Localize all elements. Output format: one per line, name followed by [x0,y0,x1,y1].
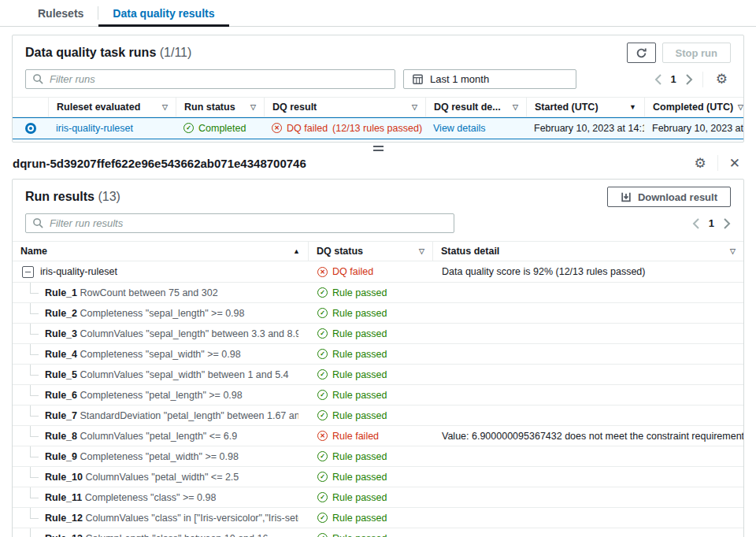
status-circle-icon: ✓ [317,369,328,380]
col-started-utc[interactable]: Started (UTC) ▼ [526,98,644,117]
rule-status-value: ✓ Rule passed [317,328,387,339]
table-settings-icon[interactable]: ⚙ [713,72,731,86]
col-label: Name [20,246,47,257]
split-panel-drag-handle[interactable] [0,143,756,154]
rule-status-label: Rule passed [332,513,387,524]
rule-name: Rule_6 [45,390,77,401]
row-select-cell [13,117,48,139]
rule-status-label: Rule passed [332,533,387,537]
task-runs-actions: Stop run [627,43,731,63]
next-page-button[interactable] [724,218,731,229]
dq-status-cell: ✓ Rule passed [308,303,432,323]
completed-cell: February 10, 2023 at 14 [644,117,743,139]
name-cell: Rule_9 Completeness "petal_width" >= 0.9… [13,446,308,466]
prev-page-button[interactable] [654,74,662,85]
col-completed-utc[interactable]: Completed (UTC) ▽ [644,98,743,117]
dq-status-cell: ✓ Rule passed [308,528,432,537]
sort-none-icon[interactable]: ▽ [414,247,424,255]
col-label: Ruleset evaluated [57,102,140,113]
rule-name: Rule_10 [45,472,83,483]
run-results-table-header: Name ▲ DQ status ▽ Status detail ▽ [13,241,743,261]
close-panel-icon[interactable]: ✕ [726,157,743,170]
collapse-icon[interactable] [22,266,34,278]
col-label: Run status [184,102,235,113]
task-runs-title-text: Data quality task runs [25,46,156,59]
next-page-button[interactable] [686,74,693,85]
x-circle-icon: ✕ [317,267,328,277]
tab-rulesets[interactable]: Rulesets [24,0,98,26]
radio-selected-icon[interactable] [25,123,36,134]
rule-description: ColumnValues "petal_width" <= 2.5 [83,472,239,483]
stop-run-button[interactable]: Stop run [662,43,731,63]
sort-none-icon[interactable]: ▽ [158,103,168,111]
rule-description: ColumnValues "sepal_width" between 1 and… [77,369,289,380]
ruleset-link[interactable]: iris-quality-ruleset [56,123,133,134]
download-icon [621,191,632,202]
status-detail-cell [432,467,743,487]
view-details-link[interactable]: View details [433,123,485,134]
name-cell: iris-quality-ruleset [13,261,308,282]
tree-connector-icon [30,385,39,396]
download-label: Download result [638,191,717,203]
name-cell: Rule_11 Completeness "class" >= 0.98 [13,487,308,507]
panel-settings-icon[interactable]: ⚙ [691,157,710,170]
calendar-icon [412,73,424,85]
date-range-value: Last 1 month [430,73,489,85]
rule-status-value: ✓ Rule passed [317,513,387,524]
rule-status-label: Rule passed [332,349,387,360]
page-number[interactable]: 1 [671,73,676,85]
sort-asc-icon[interactable]: ▲ [288,247,300,255]
tab-data-quality-results[interactable]: Data quality results [98,0,228,26]
prev-page-button[interactable] [692,218,699,229]
col-dq-status[interactable]: DQ status ▽ [308,242,432,261]
sort-none-icon[interactable]: ▽ [407,103,417,111]
col-label: DQ result [272,102,317,113]
rule-row: Rule_5 ColumnValues "sepal_width" betwee… [13,365,743,385]
rule-description: Completeness "petal_width" >= 0.98 [77,451,239,462]
rule-description: ColumnValues "class" in ["Iris-versicolo… [83,513,298,524]
rule-name: Rule_2 [45,308,77,319]
status-circle-icon: ✓ [317,349,328,359]
page-number[interactable]: 1 [709,217,714,229]
rule-row: Rule_3 ColumnValues "sepal_length" betwe… [13,324,743,344]
col-ruleset-evaluated[interactable]: Ruleset evaluated ▽ [48,98,176,117]
rule-row: Rule_4 Completeness "sepal_width" >= 0.9… [13,344,743,365]
filter-results-input[interactable] [25,213,454,233]
rule-row: Rule_1 RowCount between 75 and 302 ✓ Rul… [13,283,743,303]
sort-none-icon[interactable]: ▽ [246,103,256,111]
col-run-status[interactable]: Run status ▽ [176,98,264,117]
rule-description: ColumnValues "petal_length" <= 6.9 [77,431,237,442]
filter-runs-input[interactable] [25,69,395,89]
detail-panel-header: dqrun-5d39207ffef622e96e543662ab071e4348… [0,154,756,176]
status-detail-cell [432,385,743,405]
rule-name: Rule_7 [45,410,77,421]
search-icon [32,217,44,229]
download-result-button[interactable]: Download result [607,187,731,207]
rule-row: Rule_7 StandardDeviation "petal_length" … [13,406,743,426]
sort-desc-icon[interactable]: ▼ [624,103,636,111]
ruleset-name: iris-quality-ruleset [40,266,117,277]
date-range-select[interactable]: Last 1 month [403,69,576,89]
col-label: Status detail [441,246,499,257]
sort-none-icon[interactable]: ▽ [508,103,518,111]
rule-status-value: ✓ Rule passed [317,492,387,503]
name-cell: Rule_7 StandardDeviation "petal_length" … [13,406,308,425]
status-detail-cell [432,487,743,507]
rule-row: Rule_8 ColumnValues "petal_length" <= 6.… [13,426,743,446]
rule-status-value: ✓ Rule passed [317,451,387,462]
name-cell: Rule_6 Completeness "petal_length" >= 0.… [13,385,308,405]
refresh-button[interactable] [627,43,656,63]
task-runs-card: Data quality task runs (1/11) Stop run L… [12,35,744,143]
ruleset-parent-row[interactable]: iris-quality-ruleset ✕ DQ failed Data qu… [13,261,743,283]
col-dq-result[interactable]: DQ result ▽ [264,98,425,117]
sort-none-icon[interactable]: ▽ [725,247,736,255]
col-status-detail[interactable]: Status detail ▽ [432,242,743,261]
dq-status-cell: ✓ Rule passed [308,467,432,487]
col-dq-result-details[interactable]: DQ result de... ▽ [425,98,526,117]
task-run-row[interactable]: iris-quality-ruleset ✓ Completed ✕ DQ fa… [13,117,743,139]
status-circle-icon: ✓ [317,472,328,482]
col-label: Started (UTC) [535,102,598,113]
sort-none-icon[interactable]: ▽ [733,103,743,111]
col-name[interactable]: Name ▲ [13,242,308,261]
rule-status-label: Rule passed [332,472,387,483]
